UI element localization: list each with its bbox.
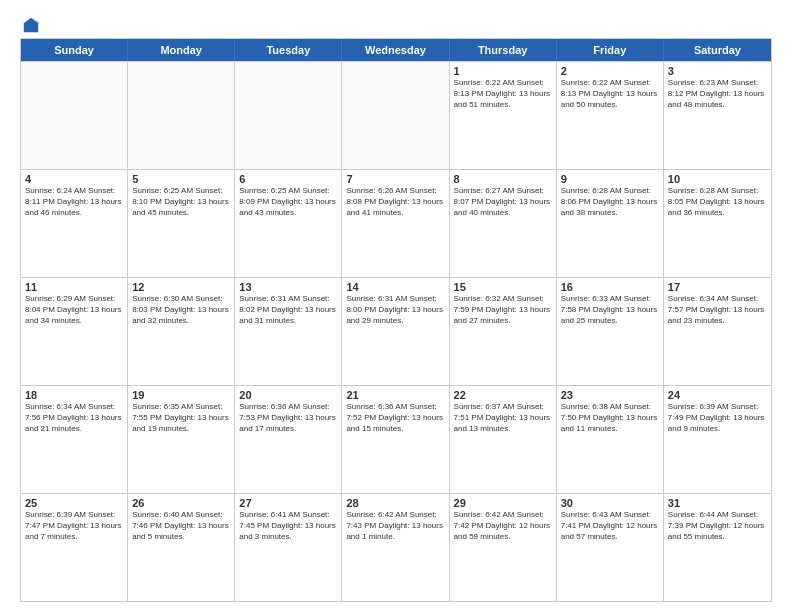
day-info: Sunrise: 6:34 AM Sunset: 7:56 PM Dayligh…	[25, 402, 123, 434]
day-number: 8	[454, 173, 552, 185]
day-number: 5	[132, 173, 230, 185]
day-cell-21: 21Sunrise: 6:36 AM Sunset: 7:52 PM Dayli…	[342, 386, 449, 493]
logo-icon	[22, 16, 40, 34]
calendar: SundayMondayTuesdayWednesdayThursdayFrid…	[20, 38, 772, 602]
day-cell-28: 28Sunrise: 6:42 AM Sunset: 7:43 PM Dayli…	[342, 494, 449, 601]
day-info: Sunrise: 6:36 AM Sunset: 7:52 PM Dayligh…	[346, 402, 444, 434]
day-cell-27: 27Sunrise: 6:41 AM Sunset: 7:45 PM Dayli…	[235, 494, 342, 601]
day-info: Sunrise: 6:42 AM Sunset: 7:43 PM Dayligh…	[346, 510, 444, 542]
day-cell-14: 14Sunrise: 6:31 AM Sunset: 8:00 PM Dayli…	[342, 278, 449, 385]
day-cell-25: 25Sunrise: 6:39 AM Sunset: 7:47 PM Dayli…	[21, 494, 128, 601]
day-info: Sunrise: 6:27 AM Sunset: 8:07 PM Dayligh…	[454, 186, 552, 218]
weekday-header-wednesday: Wednesday	[342, 39, 449, 61]
day-number: 10	[668, 173, 767, 185]
day-cell-17: 17Sunrise: 6:34 AM Sunset: 7:57 PM Dayli…	[664, 278, 771, 385]
day-number: 1	[454, 65, 552, 77]
day-info: Sunrise: 6:29 AM Sunset: 8:04 PM Dayligh…	[25, 294, 123, 326]
day-cell-23: 23Sunrise: 6:38 AM Sunset: 7:50 PM Dayli…	[557, 386, 664, 493]
day-info: Sunrise: 6:24 AM Sunset: 8:11 PM Dayligh…	[25, 186, 123, 218]
day-number: 27	[239, 497, 337, 509]
day-info: Sunrise: 6:28 AM Sunset: 8:05 PM Dayligh…	[668, 186, 767, 218]
day-info: Sunrise: 6:25 AM Sunset: 8:10 PM Dayligh…	[132, 186, 230, 218]
day-cell-9: 9Sunrise: 6:28 AM Sunset: 8:06 PM Daylig…	[557, 170, 664, 277]
day-number: 22	[454, 389, 552, 401]
day-info: Sunrise: 6:44 AM Sunset: 7:39 PM Dayligh…	[668, 510, 767, 542]
day-number: 3	[668, 65, 767, 77]
logo-text	[20, 16, 40, 34]
day-number: 21	[346, 389, 444, 401]
day-number: 16	[561, 281, 659, 293]
day-info: Sunrise: 6:28 AM Sunset: 8:06 PM Dayligh…	[561, 186, 659, 218]
day-cell-16: 16Sunrise: 6:33 AM Sunset: 7:58 PM Dayli…	[557, 278, 664, 385]
day-number: 20	[239, 389, 337, 401]
day-info: Sunrise: 6:35 AM Sunset: 7:55 PM Dayligh…	[132, 402, 230, 434]
day-cell-26: 26Sunrise: 6:40 AM Sunset: 7:46 PM Dayli…	[128, 494, 235, 601]
day-info: Sunrise: 6:43 AM Sunset: 7:41 PM Dayligh…	[561, 510, 659, 542]
empty-cell	[128, 62, 235, 169]
weekday-header-sunday: Sunday	[21, 39, 128, 61]
day-number: 9	[561, 173, 659, 185]
weekday-header-monday: Monday	[128, 39, 235, 61]
logo	[20, 16, 40, 30]
day-number: 14	[346, 281, 444, 293]
weekday-header-saturday: Saturday	[664, 39, 771, 61]
day-number: 12	[132, 281, 230, 293]
day-cell-4: 4Sunrise: 6:24 AM Sunset: 8:11 PM Daylig…	[21, 170, 128, 277]
day-number: 6	[239, 173, 337, 185]
day-number: 2	[561, 65, 659, 77]
day-info: Sunrise: 6:31 AM Sunset: 8:00 PM Dayligh…	[346, 294, 444, 326]
day-number: 26	[132, 497, 230, 509]
empty-cell	[21, 62, 128, 169]
header	[20, 16, 772, 30]
day-info: Sunrise: 6:34 AM Sunset: 7:57 PM Dayligh…	[668, 294, 767, 326]
day-cell-19: 19Sunrise: 6:35 AM Sunset: 7:55 PM Dayli…	[128, 386, 235, 493]
day-info: Sunrise: 6:39 AM Sunset: 7:47 PM Dayligh…	[25, 510, 123, 542]
svg-marker-0	[24, 18, 38, 32]
calendar-header: SundayMondayTuesdayWednesdayThursdayFrid…	[21, 39, 771, 61]
day-info: Sunrise: 6:37 AM Sunset: 7:51 PM Dayligh…	[454, 402, 552, 434]
day-number: 15	[454, 281, 552, 293]
day-cell-10: 10Sunrise: 6:28 AM Sunset: 8:05 PM Dayli…	[664, 170, 771, 277]
day-number: 11	[25, 281, 123, 293]
day-number: 13	[239, 281, 337, 293]
day-number: 24	[668, 389, 767, 401]
weekday-header-tuesday: Tuesday	[235, 39, 342, 61]
day-number: 18	[25, 389, 123, 401]
day-cell-31: 31Sunrise: 6:44 AM Sunset: 7:39 PM Dayli…	[664, 494, 771, 601]
day-info: Sunrise: 6:39 AM Sunset: 7:49 PM Dayligh…	[668, 402, 767, 434]
day-cell-2: 2Sunrise: 6:22 AM Sunset: 8:13 PM Daylig…	[557, 62, 664, 169]
day-number: 4	[25, 173, 123, 185]
weekday-header-friday: Friday	[557, 39, 664, 61]
day-cell-12: 12Sunrise: 6:30 AM Sunset: 8:03 PM Dayli…	[128, 278, 235, 385]
day-cell-7: 7Sunrise: 6:26 AM Sunset: 8:08 PM Daylig…	[342, 170, 449, 277]
day-number: 29	[454, 497, 552, 509]
day-info: Sunrise: 6:30 AM Sunset: 8:03 PM Dayligh…	[132, 294, 230, 326]
day-info: Sunrise: 6:31 AM Sunset: 8:02 PM Dayligh…	[239, 294, 337, 326]
day-cell-20: 20Sunrise: 6:36 AM Sunset: 7:53 PM Dayli…	[235, 386, 342, 493]
day-info: Sunrise: 6:42 AM Sunset: 7:42 PM Dayligh…	[454, 510, 552, 542]
day-cell-13: 13Sunrise: 6:31 AM Sunset: 8:02 PM Dayli…	[235, 278, 342, 385]
day-number: 30	[561, 497, 659, 509]
calendar-body: 1Sunrise: 6:22 AM Sunset: 8:13 PM Daylig…	[21, 61, 771, 601]
empty-cell	[235, 62, 342, 169]
day-cell-15: 15Sunrise: 6:32 AM Sunset: 7:59 PM Dayli…	[450, 278, 557, 385]
day-cell-6: 6Sunrise: 6:25 AM Sunset: 8:09 PM Daylig…	[235, 170, 342, 277]
day-number: 23	[561, 389, 659, 401]
day-cell-22: 22Sunrise: 6:37 AM Sunset: 7:51 PM Dayli…	[450, 386, 557, 493]
weekday-header-thursday: Thursday	[450, 39, 557, 61]
calendar-week-1: 1Sunrise: 6:22 AM Sunset: 8:13 PM Daylig…	[21, 61, 771, 169]
day-cell-8: 8Sunrise: 6:27 AM Sunset: 8:07 PM Daylig…	[450, 170, 557, 277]
day-info: Sunrise: 6:22 AM Sunset: 8:13 PM Dayligh…	[561, 78, 659, 110]
day-number: 19	[132, 389, 230, 401]
day-info: Sunrise: 6:23 AM Sunset: 8:12 PM Dayligh…	[668, 78, 767, 110]
day-number: 17	[668, 281, 767, 293]
day-cell-11: 11Sunrise: 6:29 AM Sunset: 8:04 PM Dayli…	[21, 278, 128, 385]
day-cell-29: 29Sunrise: 6:42 AM Sunset: 7:42 PM Dayli…	[450, 494, 557, 601]
day-cell-30: 30Sunrise: 6:43 AM Sunset: 7:41 PM Dayli…	[557, 494, 664, 601]
day-info: Sunrise: 6:38 AM Sunset: 7:50 PM Dayligh…	[561, 402, 659, 434]
day-cell-18: 18Sunrise: 6:34 AM Sunset: 7:56 PM Dayli…	[21, 386, 128, 493]
day-cell-3: 3Sunrise: 6:23 AM Sunset: 8:12 PM Daylig…	[664, 62, 771, 169]
day-number: 31	[668, 497, 767, 509]
day-info: Sunrise: 6:26 AM Sunset: 8:08 PM Dayligh…	[346, 186, 444, 218]
day-cell-24: 24Sunrise: 6:39 AM Sunset: 7:49 PM Dayli…	[664, 386, 771, 493]
